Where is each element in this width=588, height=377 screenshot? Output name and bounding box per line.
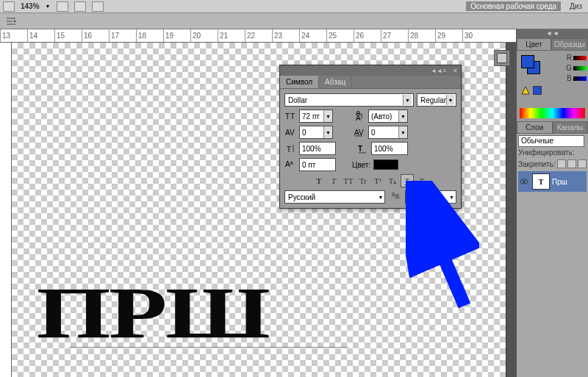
gamut-warning-icon[interactable] — [521, 86, 530, 95]
small-caps-button[interactable]: Tr — [356, 174, 370, 187]
layer-thumbnail[interactable]: T — [532, 173, 550, 190]
hscale-icon: T — [356, 143, 368, 154]
svg-text:T: T — [358, 145, 362, 153]
layers-panel-body: Обычные Унифицировать: Закрепить: T Прш — [517, 134, 588, 377]
lock-transparency-icon[interactable] — [557, 159, 566, 168]
baseline-icon: Aª — [284, 159, 296, 170]
antialias-select[interactable]: Резко▼ — [405, 190, 456, 204]
color-ramp[interactable] — [520, 108, 585, 118]
horizontal-ruler: 13 14 15 16 17 18 19 20 21 22 23 24 25 2… — [0, 29, 516, 43]
panel-header[interactable]: ◄◄ ≡ ✕ — [280, 65, 461, 76]
text-color-swatch[interactable] — [373, 159, 398, 170]
vscale-input[interactable]: 100% — [299, 142, 336, 155]
minimize-icon[interactable]: ◄◄ — [431, 68, 438, 73]
color-panel-body: R G B — [517, 51, 588, 108]
leading-input[interactable]: (Авто)▼ — [368, 109, 408, 123]
baseline-input[interactable]: 0 пт — [299, 158, 336, 171]
svg-text:V: V — [290, 129, 295, 137]
svg-text:A: A — [356, 114, 361, 121]
tab-color[interactable]: Цвет — [517, 38, 551, 51]
color-label: Цвет: — [352, 161, 370, 169]
svg-text:AV: AV — [354, 129, 364, 137]
r-slider[interactable] — [573, 56, 587, 60]
tab-paragraph[interactable]: Абзац — [319, 76, 352, 88]
svg-text:T: T — [290, 112, 295, 121]
kerning-input[interactable]: 0▼ — [299, 126, 333, 139]
layer-row[interactable]: T Прш — [518, 171, 587, 192]
tab-layers[interactable]: Слои — [517, 121, 553, 134]
close-icon[interactable]: ✕ — [451, 68, 459, 73]
top-toolbar: 143% ▼ Основная рабочая среда Диз — [0, 0, 588, 13]
tab-character[interactable]: Символ — [280, 76, 319, 88]
tab-channels[interactable]: Каналы — [553, 121, 589, 134]
grid-icon-3[interactable] — [92, 1, 104, 12]
right-panels: ◄◄ Цвет Образцы R G B Слои Каналы Обычны… — [516, 29, 588, 377]
font-style-select[interactable]: Regular▼ — [417, 93, 456, 107]
character-panel: ◄◄ ≡ ✕ Символ Абзац Dollar▼ Regular▼ TT … — [279, 65, 462, 209]
dock-icon[interactable] — [494, 50, 510, 66]
g-slider[interactable] — [573, 66, 587, 71]
all-caps-button[interactable]: TT — [342, 174, 355, 187]
vertical-ruler — [0, 43, 12, 377]
vscale-icon: T — [284, 143, 296, 154]
svg-point-1 — [523, 181, 526, 183]
faux-bold-button[interactable]: T — [312, 174, 326, 187]
language-select[interactable]: Русский▼ — [284, 190, 385, 204]
leading-icon: AA — [354, 110, 365, 122]
hscale-input[interactable]: 100% — [371, 142, 408, 155]
svg-text:T: T — [287, 146, 291, 154]
design-button[interactable]: Диз — [567, 2, 585, 10]
visibility-icon[interactable] — [518, 176, 530, 187]
superscript-button[interactable]: T¹ — [371, 174, 384, 187]
blend-mode-select[interactable]: Обычные — [518, 135, 584, 147]
tab-swatches[interactable]: Образцы — [551, 38, 588, 51]
collapse-icon[interactable]: ◄◄ — [517, 29, 588, 38]
tool-icon[interactable] — [3, 1, 15, 12]
lock-position-icon[interactable] — [578, 159, 587, 168]
strikethrough-button[interactable]: Ŧ — [415, 174, 429, 187]
faux-italic-button[interactable]: T — [327, 174, 340, 187]
zoom-label[interactable]: 143% — [21, 2, 40, 10]
options-bar — [0, 13, 588, 29]
web-safe-icon[interactable] — [533, 86, 542, 95]
grid-icon-1[interactable] — [57, 1, 68, 12]
font-size-icon: TT — [284, 110, 296, 122]
tracking-icon: AV — [354, 126, 365, 138]
layer-name[interactable]: Прш — [552, 178, 567, 186]
fg-bg-swatch[interactable] — [521, 55, 542, 76]
underline-button[interactable]: T — [401, 174, 414, 187]
text-underline — [69, 347, 348, 348]
type-style-buttons: T T TT Tr T¹ T₁ T Ŧ — [284, 174, 456, 187]
indent-icon[interactable] — [4, 15, 18, 27]
menu-icon[interactable]: ≡ — [441, 68, 448, 73]
unify-label: Унифицировать: — [518, 148, 574, 157]
font-size-input[interactable]: 72 пт▼ — [299, 109, 333, 123]
font-family-select[interactable]: Dollar▼ — [284, 93, 414, 107]
b-slider[interactable] — [573, 76, 587, 81]
lock-label: Закрепить: — [518, 160, 556, 168]
grid-icon-2[interactable] — [74, 1, 86, 12]
svg-text:T: T — [285, 112, 290, 121]
workspace-button[interactable]: Основная рабочая среда — [466, 1, 561, 11]
antialias-icon: aa — [390, 190, 401, 204]
text-layer-content[interactable]: ПРШ — [37, 270, 268, 355]
foreground-color[interactable] — [521, 55, 534, 68]
subscript-button[interactable]: T₁ — [386, 174, 399, 187]
scrollbar-v[interactable] — [506, 43, 516, 377]
tracking-input[interactable]: 0▼ — [368, 126, 408, 139]
lock-pixels-icon[interactable] — [567, 159, 576, 168]
kerning-icon: AV — [284, 126, 296, 138]
svg-text:Aª: Aª — [285, 160, 293, 168]
